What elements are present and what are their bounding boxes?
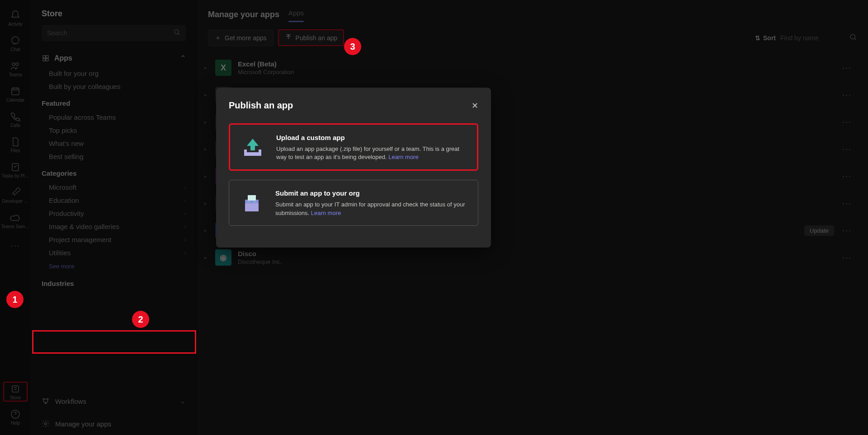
- rail-label: Help: [11, 421, 20, 426]
- rail-label: Calls: [10, 123, 20, 128]
- submit-to-org-card[interactable]: Submit an app to your org Submit an app …: [229, 180, 478, 225]
- app-publisher: Discotheque Inc.: [238, 258, 282, 265]
- app-row[interactable]: ▸XExcel (Beta)Microsoft Corporation···: [197, 54, 864, 81]
- rail-label: Files: [10, 148, 20, 153]
- cat-image[interactable]: Image & video galleries›: [31, 220, 197, 233]
- more-icon[interactable]: ···: [840, 145, 854, 154]
- store-panel: Store Apps ⌃ Built for your org Built by…: [31, 0, 197, 435]
- file-icon: [10, 136, 21, 147]
- chevron-down-icon: ⌄: [180, 397, 186, 405]
- search-input[interactable]: [47, 29, 165, 37]
- svg-rect-18: [244, 150, 247, 156]
- learn-more-link[interactable]: Learn more: [388, 154, 418, 160]
- bell-icon: [10, 10, 21, 21]
- svg-point-1: [12, 63, 15, 65]
- tab-apps[interactable]: Apps: [288, 7, 304, 22]
- upload-icon: [285, 33, 292, 42]
- sort-button[interactable]: ⇅ Sort: [755, 34, 776, 42]
- rail-store[interactable]: Store: [3, 382, 28, 402]
- publish-an-app-button[interactable]: Publish an app: [278, 29, 344, 46]
- chevron-right-icon: ›: [184, 250, 186, 256]
- svg-rect-9: [46, 56, 48, 58]
- rail-developer[interactable]: Developer …: [0, 182, 31, 208]
- section-label: Apps: [54, 54, 72, 62]
- svg-rect-11: [46, 58, 48, 61]
- get-more-apps-button[interactable]: ＋ Get more apps: [208, 30, 274, 46]
- more-icon[interactable]: ···: [840, 63, 854, 73]
- item-label: Manage your apps: [55, 420, 111, 428]
- plus-icon: ＋: [215, 34, 221, 42]
- modal-title: Publish an app: [229, 100, 293, 111]
- rail-calls[interactable]: Calls: [0, 107, 31, 132]
- chevron-right-icon: ›: [184, 197, 186, 204]
- link-built-for-org[interactable]: Built for your org: [31, 67, 197, 80]
- cat-project[interactable]: Project management›: [31, 233, 197, 246]
- cat-productivity[interactable]: Productivity›: [31, 207, 197, 220]
- link-built-by-colleagues[interactable]: Built by your colleagues: [31, 80, 197, 93]
- rail-more[interactable]: ···: [0, 233, 31, 258]
- app-icon: ◉: [215, 249, 231, 266]
- chevron-right-icon: ▸: [204, 65, 209, 71]
- svg-rect-5: [12, 386, 19, 392]
- search-icon[interactable]: [849, 33, 857, 43]
- cat-microsoft[interactable]: Microsoft›: [31, 181, 197, 194]
- more-icon[interactable]: ···: [840, 253, 854, 262]
- sort-icon: ⇅: [755, 34, 760, 42]
- more-icon[interactable]: ···: [840, 199, 854, 208]
- chevron-up-icon: ⌃: [180, 54, 186, 62]
- learn-more-link[interactable]: Learn more: [311, 210, 341, 216]
- wrench-icon: [10, 187, 21, 198]
- see-more-link[interactable]: See more: [31, 259, 197, 273]
- rail-teamssam[interactable]: Teams Sam…: [0, 208, 31, 233]
- update-button[interactable]: Update: [804, 225, 834, 236]
- close-icon[interactable]: ✕: [472, 101, 478, 111]
- more-icon[interactable]: ···: [840, 172, 854, 181]
- more-icon[interactable]: ···: [840, 117, 854, 127]
- rail-label: Calendar: [6, 98, 25, 103]
- rail-label: Teams Sam…: [1, 224, 30, 229]
- apps-section[interactable]: Apps ⌃: [31, 49, 197, 67]
- chevron-right-icon: ▸: [204, 146, 209, 152]
- rail-files[interactable]: Files: [0, 132, 31, 157]
- rail-teams[interactable]: Teams: [0, 56, 31, 81]
- store-search[interactable]: [42, 25, 186, 41]
- card-desc: Submit an app to your IT admin for appro…: [275, 201, 469, 217]
- more-icon[interactable]: ···: [840, 226, 854, 235]
- categories-label: Categories: [31, 163, 197, 181]
- card-desc: Upload an app package (.zip file) for yo…: [276, 145, 468, 161]
- link-popular[interactable]: Popular across Teams: [31, 111, 197, 124]
- upload-custom-app-card[interactable]: Upload a custom app Upload an app packag…: [229, 123, 478, 171]
- cloud-icon: [10, 212, 21, 223]
- cat-utilities[interactable]: Utilities›: [31, 246, 197, 259]
- tasks-icon: [10, 162, 21, 173]
- svg-point-16: [850, 34, 855, 39]
- chevron-right-icon: ›: [184, 210, 186, 217]
- cat-education[interactable]: Education›: [31, 194, 197, 207]
- link-whats-new[interactable]: What's new: [31, 137, 197, 150]
- svg-point-7: [175, 30, 179, 34]
- find-by-name-input[interactable]: [780, 34, 844, 42]
- link-top-picks[interactable]: Top picks: [31, 124, 197, 137]
- link-best-selling[interactable]: Best selling: [31, 150, 197, 163]
- rail-label: Developer …: [2, 199, 28, 204]
- rail-activity[interactable]: Activity: [0, 5, 31, 31]
- rail-help[interactable]: Help: [0, 404, 31, 430]
- workflows-item[interactable]: Workflows ⌄: [31, 390, 197, 412]
- upload-custom-icon: [239, 134, 266, 161]
- calendar-icon: [10, 86, 21, 97]
- button-label: Get more apps: [225, 34, 267, 42]
- rail-label: Chat: [10, 47, 20, 52]
- page-title: Manage your apps: [208, 10, 279, 19]
- more-icon[interactable]: ···: [840, 90, 854, 100]
- rail-chat[interactable]: Chat: [0, 31, 31, 56]
- rail-label: Activity: [8, 22, 23, 27]
- app-row[interactable]: ▸◉DiscoDiscotheque Inc.···: [197, 244, 864, 271]
- rail-tasks[interactable]: Tasks by Pl…: [0, 157, 31, 182]
- rail-calendar[interactable]: Calendar: [0, 81, 31, 107]
- card-title: Submit an app to your org: [275, 189, 469, 197]
- left-rail: Activity Chat Teams Calendar Calls Files…: [0, 0, 31, 435]
- chevron-right-icon: ▸: [204, 92, 209, 98]
- manage-your-apps-item[interactable]: Manage your apps: [31, 412, 197, 435]
- apps-icon: [42, 54, 50, 62]
- app-name: Excel (Beta): [238, 60, 294, 68]
